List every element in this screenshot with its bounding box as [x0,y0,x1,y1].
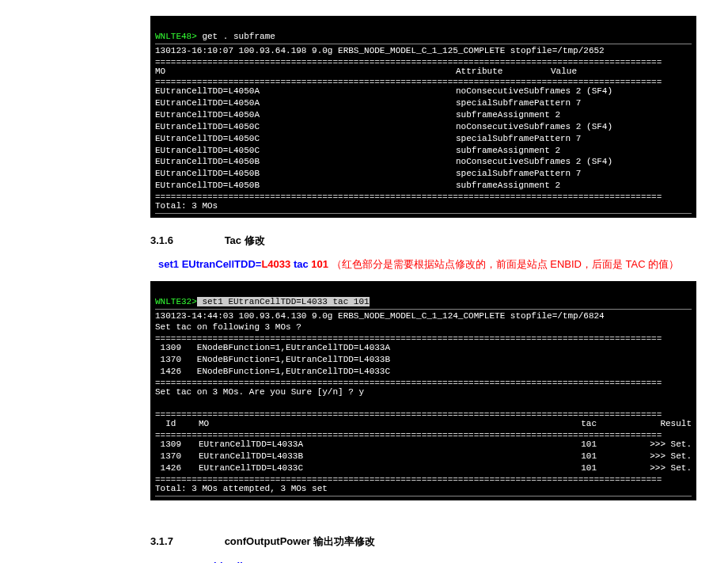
double-rule: ========================================… [155,333,692,342]
divider [155,309,692,310]
cell-mo: EUtranCellTDD=L4033A [199,439,470,451]
cell-tac: 101 [470,462,620,474]
cell-id: 1426 [155,462,199,474]
section-number: 3.1.6 [150,234,222,246]
following-line: Set tac on following 3 MOs ? [155,322,301,332]
cell-mo: EUtranCellTDD=L4050A [155,109,456,121]
col-val: Value [551,66,577,78]
divider [155,496,692,496]
prompt: WNLTE48> [155,32,197,41]
cell-id: 1309 [155,439,199,451]
cell-tac: 101 [470,439,620,451]
total-line: Total: 3 MOs attempted, 3 MOs set [155,484,328,493]
cell-result: >>> Set. [620,462,692,474]
table-row: EUtranCellTDD=L4050CsubframeAssignment 2 [155,145,692,157]
cell-result: >>> Set. [620,439,692,451]
cell-attr: noConsecutiveSubframes 2 (SF4) [456,156,612,168]
command-explanation: set1 EUtranCellTDD=L4033 tac 101 （红色部分是需… [158,257,696,272]
cell-mo: EUtranCellTDD=L4050C [155,133,456,145]
table-row: 1370EUtranCellTDD=L4033B101>>> Set. [155,451,692,462]
cell-mo: EUtranCellTDD=L4050C [155,145,456,157]
cell-attr: subframeAssignment 2 [456,109,560,121]
list-item: 1370 ENodeBFunction=1,EUtranCellTDD=L403… [155,354,692,366]
cell-attr: subframeAssignment 2 [456,145,560,157]
col-result: Result [620,418,692,430]
cell-attr: specialSubframePattern 7 [456,168,581,180]
double-rule: ========================================… [155,77,692,86]
double-rule: ========================================… [155,192,692,200]
cell-mo: EUtranCellTDD=L4050B [155,168,456,180]
section-heading-317: 3.1.7 confOutputPower 输出功率修改 [150,534,696,549]
table-row: EUtranCellTDD=L4050BsubframeAssignment 2 [155,180,692,192]
typed-cmd: set1 EUtranCellTDD=L4033 tac 101 [197,297,370,306]
table-row: EUtranCellTDD=L4050AsubframeAssignment 2 [155,109,692,121]
table-row: 1309EUtranCellTDD=L4033A101>>> Set. [155,439,692,451]
terminal-output-1: WNLTE48> get . subframe 130123-16:10:07 … [150,16,696,218]
col-id: Id [155,418,199,430]
cmd: get . subframe [197,32,275,41]
table-row: EUtranCellTDD=L4050CnoConsecutiveSubfram… [155,121,692,133]
section-number: 3.1.7 [150,535,222,547]
cell-result: >>> Set. [620,451,692,462]
section-title: Tac 修改 [225,234,265,246]
table-row: EUtranCellTDD=L4050CspecialSubframePatte… [155,133,692,145]
header-row: MOAttributeValue [155,66,692,78]
table-row: 1426EUtranCellTDD=L4033C101>>> Set. [155,462,692,474]
cell-attr: subframeAssignment 2 [456,180,560,192]
cmd-red: L4033 [261,258,290,270]
cell-mo: EUtranCellTDD=L4033B [199,451,470,462]
cell-attr: specialSubframePattern 7 [456,97,581,109]
list-item: 1309 ENodeBFunction=1,EUtranCellTDD=L403… [155,342,692,354]
cell-attr: noConsecutiveSubframes 2 (SF4) [456,121,612,133]
section-title: confOutputPower 输出功率修改 [225,535,376,547]
cell-id: 1370 [155,451,199,462]
cell-mo: EUtranCellTDD=L4050C [155,121,456,133]
status-line: 130123-14:44:03 100.93.64.130 9.0g ERBS_… [155,311,605,321]
double-rule: ========================================… [155,409,692,418]
status-line: 130123-16:10:07 100.93.64.198 9.0g ERBS_… [155,46,605,55]
cell-attr: noConsecutiveSubframes 2 (SF4) [456,86,612,97]
confirm-line: Set tac on 3 MOs. Are you Sure [y/n] ? y [155,387,364,397]
section-heading-316: 3.1.6 Tac 修改 [150,234,696,248]
double-rule: ========================================… [155,430,692,439]
terminal-output-2: WNLTE32> set1 EUtranCellTDD=L4033 tac 10… [150,281,696,500]
table-row: EUtranCellTDD=L4050AnoConsecutiveSubfram… [155,86,692,97]
col-attr: Attribute [456,66,551,78]
divider [155,213,692,214]
total-line: Total: 3 MOs [155,201,218,211]
cell-mo: EUtranCellTDD=L4050B [155,156,456,168]
table-row: EUtranCellTDD=L4050BspecialSubframePatte… [155,168,692,180]
cell-tac: 101 [470,451,620,462]
cell-attr: specialSubframePattern 7 [456,133,581,145]
cell-mo: EUtranCellTDD=L4050A [155,86,456,97]
header-row: IdMOtacResult [155,418,692,430]
command-list: bl cell bl sector set . confOutputPower … [214,558,696,563]
cmd-note: （红色部分是需要根据站点修改的，前面是站点 ENBID，后面是 TAC 的值） [328,258,679,270]
cmd-red: 101 [311,258,328,270]
double-rule: ========================================… [155,474,692,483]
double-rule: ========================================… [155,57,692,66]
col-mo: MO [199,418,470,430]
cmd-part: set1 EUtranCellTDD= [158,258,261,270]
table-row: EUtranCellTDD=L4050AspecialSubframePatte… [155,97,692,109]
cell-mo: EUtranCellTDD=L4050B [155,180,456,192]
cmd-part: tac [290,258,311,270]
cmd-line: bl cell [214,558,696,563]
col-tac: tac [470,418,620,430]
col-mo: MO [155,66,456,78]
table-row: EUtranCellTDD=L4050BnoConsecutiveSubfram… [155,156,692,168]
double-rule: ========================================… [155,378,692,386]
cell-mo: EUtranCellTDD=L4033C [199,462,470,474]
cell-mo: EUtranCellTDD=L4050A [155,97,456,109]
list-item: 1426 ENodeBFunction=1,EUtranCellTDD=L403… [155,366,692,378]
divider [155,44,692,44]
prompt: WNLTE32> [155,297,197,306]
